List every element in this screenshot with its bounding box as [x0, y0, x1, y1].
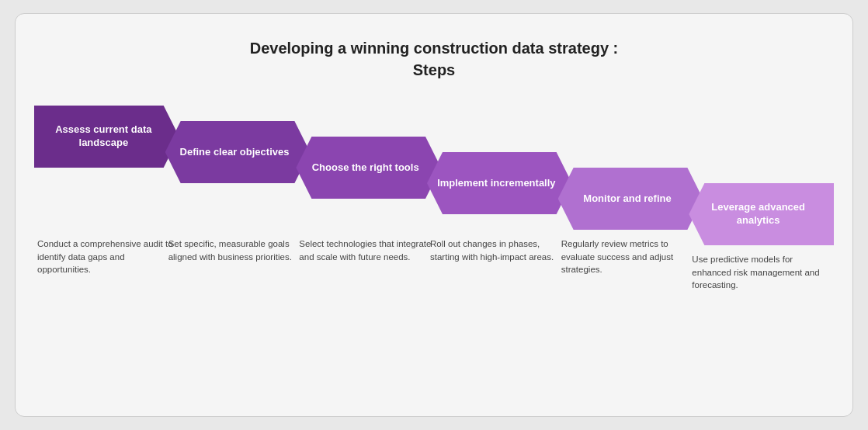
step-wrapper-5: Monitor and refineRegularly review metri…: [558, 106, 703, 276]
page-title: Developing a winning construction data s…: [34, 37, 834, 81]
step-wrapper-3: Choose the right toolsSelect technologie…: [296, 106, 441, 263]
step-desc-3: Select technologies that integrate and s…: [296, 230, 441, 263]
main-card: Developing a winning construction data s…: [15, 13, 853, 417]
step-arrow-5: Monitor and refine: [558, 168, 703, 230]
step-desc-5: Regularly review metrics to evaluate suc…: [558, 230, 703, 276]
step-desc-2: Set specific, measurable goals aligned w…: [165, 230, 311, 263]
step-desc-4: Roll out changes in phases, starting wit…: [427, 230, 572, 263]
step-desc-6: Use predictive models for enhanced risk …: [689, 245, 834, 292]
step-arrow-2: Define clear objectives: [165, 121, 311, 183]
step-arrow-1: Assess current data landscape: [34, 106, 179, 168]
step-arrow-6: Leverage advanced analytics: [689, 183, 834, 245]
step-wrapper-4: Implement incrementallyRoll out changes …: [427, 106, 572, 263]
steps-container: Assess current data landscapeConduct a c…: [34, 106, 834, 292]
step-wrapper-6: Leverage advanced analyticsUse predictiv…: [689, 106, 834, 292]
step-wrapper-2: Define clear objectivesSet specific, mea…: [165, 106, 311, 263]
step-desc-1: Conduct a comprehensive audit to identif…: [34, 230, 179, 276]
step-arrow-4: Implement incrementally: [427, 152, 572, 214]
step-arrow-3: Choose the right tools: [296, 137, 441, 199]
step-wrapper-1: Assess current data landscapeConduct a c…: [34, 106, 179, 276]
